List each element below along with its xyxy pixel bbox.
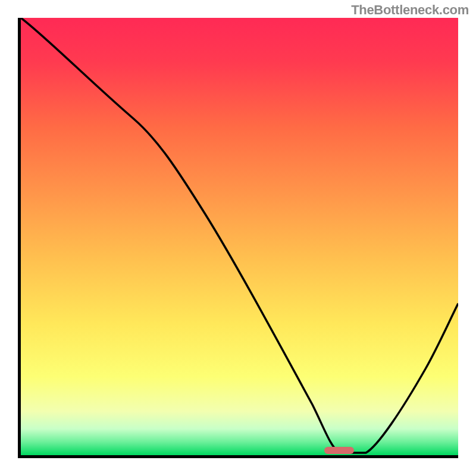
plot-area	[18, 18, 458, 458]
chart-container: TheBottleneck.com	[0, 0, 476, 476]
watermark-text: TheBottleneck.com	[351, 2, 469, 18]
optimal-range-marker	[324, 447, 354, 454]
bottleneck-curve	[21, 18, 458, 455]
curve-path	[21, 18, 458, 453]
